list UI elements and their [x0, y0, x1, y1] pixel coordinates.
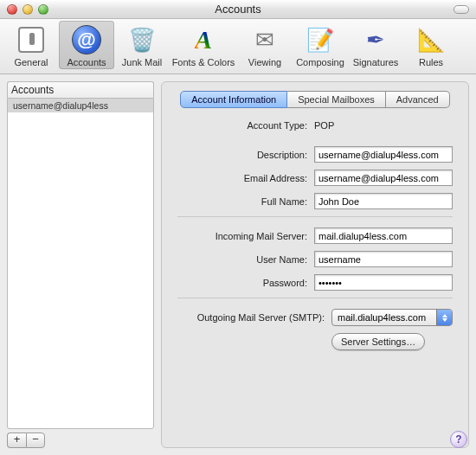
composing-icon: 📝	[305, 24, 336, 55]
toolbar-item-composing[interactable]: 📝 Composing	[293, 21, 348, 69]
toolbar-label: Accounts	[67, 57, 106, 67]
tab-special-mailboxes[interactable]: Special Mailboxes	[287, 91, 386, 108]
smtp-label: Outgoing Mail Server (SMTP):	[177, 312, 325, 323]
content: Accounts username@dialup4less + − Accoun…	[0, 74, 476, 455]
help-button[interactable]: ?	[450, 431, 467, 448]
server-settings-button[interactable]: Server Settings…	[331, 333, 425, 350]
toolbar-item-general[interactable]: General	[3, 21, 59, 69]
separator	[177, 216, 453, 217]
viewing-icon: ✉︎	[249, 24, 280, 55]
traffic-lights	[7, 4, 48, 15]
window-title: Accounts	[0, 3, 476, 16]
rules-icon: 📐	[415, 24, 447, 55]
fullname-label: Full Name:	[177, 196, 307, 207]
accounts-list[interactable]: username@dialup4less	[7, 98, 154, 429]
sidebar-header: Accounts	[7, 81, 154, 98]
description-field[interactable]	[314, 146, 453, 163]
toolbar-item-rules[interactable]: 📐 Rules	[403, 21, 459, 69]
account-type-value: POP	[314, 120, 334, 131]
tab-advanced[interactable]: Advanced	[386, 91, 450, 108]
zoom-button[interactable]	[38, 4, 48, 15]
toolbar-label: Signatures	[353, 57, 399, 67]
email-field[interactable]	[314, 170, 453, 186]
preferences-toolbar: General @ Accounts 🗑️ Junk Mail A Fonts …	[0, 19, 476, 74]
toolbar-item-junk-mail[interactable]: 🗑️ Junk Mail	[114, 21, 170, 69]
titlebar: Accounts	[0, 0, 476, 19]
toolbar-item-accounts[interactable]: @ Accounts	[59, 21, 114, 69]
sidebar-controls: + −	[7, 433, 154, 448]
add-account-button[interactable]: +	[7, 433, 26, 448]
tabs: Account Information Special Mailboxes Ad…	[174, 91, 456, 108]
general-icon	[16, 24, 47, 55]
toolbar-label: Viewing	[248, 57, 281, 67]
toolbar-item-viewing[interactable]: ✉︎ Viewing	[237, 21, 293, 69]
toolbar-label: Junk Mail	[122, 57, 162, 67]
password-label: Password:	[177, 278, 307, 288]
close-button[interactable]	[7, 4, 17, 15]
tab-account-information[interactable]: Account Information	[180, 91, 287, 108]
smtp-popup-value: mail.dialup4less.com	[338, 312, 426, 323]
accounts-sidebar: Accounts username@dialup4less + −	[7, 81, 154, 448]
toolbar-label: Fonts & Colors	[172, 57, 235, 67]
toolbar-toggle-pill[interactable]	[453, 5, 469, 14]
account-form: Account Type: POP Description: Email Add…	[174, 120, 456, 350]
toolbar-label: General	[14, 57, 48, 67]
separator	[177, 298, 453, 298]
minimize-button[interactable]	[23, 4, 33, 15]
popup-arrows-icon	[436, 310, 452, 325]
description-label: Description:	[177, 150, 307, 160]
junk-mail-icon: 🗑️	[126, 24, 158, 55]
toolbar-item-signatures[interactable]: ✒︎ Signatures	[348, 21, 403, 69]
incoming-server-label: Incoming Mail Server:	[177, 231, 307, 241]
account-details-panel: Account Information Special Mailboxes Ad…	[161, 81, 469, 448]
password-field[interactable]	[314, 274, 453, 291]
fullname-field[interactable]	[314, 193, 453, 209]
remove-account-button[interactable]: −	[26, 433, 45, 448]
toolbar-item-fonts-colors[interactable]: A Fonts & Colors	[170, 21, 237, 69]
username-field[interactable]	[314, 251, 453, 267]
toolbar-label: Rules	[419, 57, 443, 67]
accounts-icon: @	[71, 24, 102, 55]
fonts-colors-icon: A	[188, 24, 219, 55]
signatures-icon: ✒︎	[360, 24, 391, 55]
toolbar-label: Composing	[296, 57, 344, 67]
account-type-label: Account Type:	[177, 120, 307, 131]
incoming-server-field[interactable]	[314, 228, 453, 244]
smtp-popup[interactable]: mail.dialup4less.com	[331, 309, 453, 326]
username-label: User Name:	[177, 254, 307, 265]
account-list-item[interactable]: username@dialup4less	[8, 99, 153, 112]
email-label: Email Address:	[177, 173, 307, 183]
